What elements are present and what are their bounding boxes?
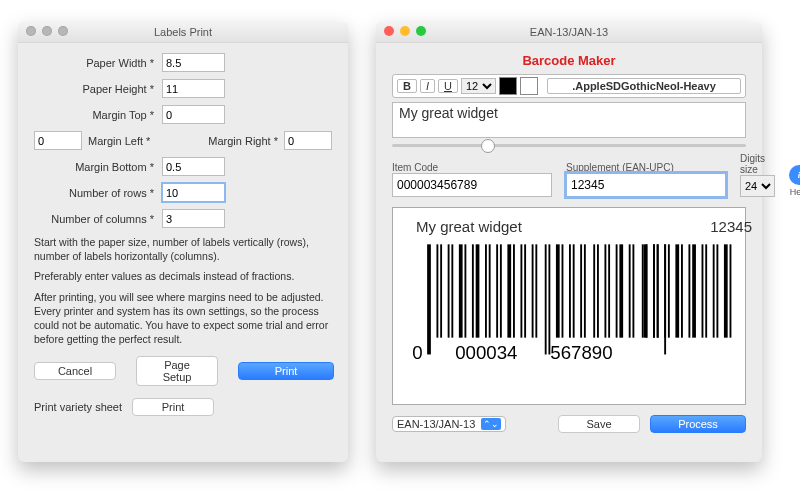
slider-thumb-icon[interactable] (481, 139, 495, 153)
svg-rect-53 (724, 244, 728, 337)
help-text-3: After printing, you will see where margi… (34, 290, 332, 347)
svg-rect-18 (535, 244, 537, 337)
barcode-group1: 000034 (455, 342, 517, 363)
svg-rect-29 (604, 244, 606, 337)
svg-rect-50 (705, 244, 707, 337)
paper-width-label: Paper Width * (34, 57, 162, 69)
svg-rect-51 (713, 244, 715, 337)
svg-rect-47 (688, 244, 690, 337)
barcode-type-label: EAN-13/JAN-13 (397, 418, 475, 430)
zoom-icon[interactable] (58, 26, 68, 36)
svg-rect-13 (507, 244, 511, 337)
bold-button[interactable]: B (397, 79, 417, 93)
margin-right-input[interactable] (284, 131, 332, 150)
process-button[interactable]: Process (650, 415, 746, 433)
underline-button[interactable]: U (438, 79, 458, 93)
paper-width-input[interactable] (162, 53, 225, 72)
title-textarea[interactable]: My great widget (392, 102, 746, 138)
close-icon[interactable] (26, 26, 36, 36)
margin-left-input[interactable] (34, 131, 82, 150)
supplement-label: Supplement (EAN-UPC) (566, 162, 726, 173)
rows-input[interactable] (162, 183, 225, 202)
font-size-select[interactable]: 12 (461, 78, 496, 94)
svg-rect-34 (632, 244, 634, 337)
window-titlebar[interactable]: EAN-13/JAN-13 (376, 22, 762, 43)
save-button[interactable]: Save (558, 415, 640, 433)
svg-rect-20 (548, 244, 550, 354)
window-title: Labels Print (154, 26, 212, 38)
svg-rect-40 (644, 244, 648, 337)
app-name: Barcode Maker (392, 53, 746, 68)
bg-color-swatch[interactable] (520, 77, 538, 95)
minimize-icon[interactable] (42, 26, 52, 36)
cancel-button[interactable]: Cancel (34, 362, 116, 380)
svg-rect-15 (520, 244, 522, 337)
svg-rect-0 (427, 244, 431, 354)
print-button[interactable]: Print (238, 362, 334, 380)
margin-bottom-input[interactable] (162, 157, 225, 176)
item-code-input[interactable] (392, 173, 552, 197)
minimize-icon[interactable] (400, 26, 410, 36)
cols-input[interactable] (162, 209, 225, 228)
svg-rect-46 (681, 244, 683, 337)
svg-rect-8 (476, 244, 480, 337)
variety-sheet-label: Print variety sheet (34, 401, 122, 413)
paper-height-label: Paper Height * (34, 83, 162, 95)
rows-label: Number of rows * (34, 187, 162, 199)
supplement-input[interactable] (566, 173, 726, 197)
svg-rect-14 (513, 244, 515, 337)
page-setup-button[interactable]: Page Setup (136, 356, 218, 386)
svg-rect-30 (608, 244, 610, 337)
svg-rect-25 (580, 244, 582, 337)
title-text: My great widget (399, 105, 498, 121)
margin-bottom-label: Margin Bottom * (34, 161, 162, 173)
svg-rect-49 (702, 244, 704, 337)
item-code-label: Item Code (392, 162, 552, 173)
svg-rect-28 (597, 244, 599, 337)
svg-rect-7 (472, 244, 474, 337)
svg-rect-16 (524, 244, 526, 337)
help-icon[interactable]: i (789, 165, 800, 185)
svg-rect-21 (556, 244, 560, 337)
svg-rect-1 (436, 244, 438, 337)
variety-print-button[interactable]: Print (132, 398, 214, 416)
window-titlebar[interactable]: Labels Print (18, 22, 348, 43)
svg-rect-3 (448, 244, 450, 337)
text-toolbar: B I U 12 .AppleSDGothicNeoI-Heavy (392, 74, 746, 98)
barcode-group2: 567890 (550, 342, 612, 363)
svg-rect-27 (593, 244, 595, 337)
preview-supplement: 12345 (710, 218, 752, 235)
margin-left-label: Margin Left * (88, 135, 150, 147)
svg-rect-48 (692, 244, 696, 337)
svg-rect-42 (657, 244, 659, 337)
svg-rect-44 (668, 244, 670, 337)
svg-rect-32 (619, 244, 623, 337)
svg-rect-2 (440, 244, 442, 337)
svg-rect-45 (675, 244, 679, 337)
svg-rect-23 (569, 244, 571, 337)
svg-rect-24 (573, 244, 575, 337)
margin-top-input[interactable] (162, 105, 225, 124)
cols-label: Number of columns * (34, 213, 162, 225)
svg-rect-35 (642, 244, 644, 337)
barcode-lead-digit: 0 (412, 342, 422, 363)
barcode-type-select[interactable]: EAN-13/JAN-13 ⌃⌄ (392, 416, 506, 432)
svg-rect-12 (500, 244, 502, 337)
zoom-icon[interactable] (416, 26, 426, 36)
barcode-window: EAN-13/JAN-13 Barcode Maker B I U 12 .Ap… (376, 22, 762, 462)
labels-print-window: Labels Print Paper Width * Paper Height … (18, 22, 348, 462)
width-slider[interactable] (392, 144, 746, 147)
svg-rect-43 (664, 244, 666, 337)
svg-rect-19 (545, 244, 547, 354)
close-icon[interactable] (384, 26, 394, 36)
svg-rect-22 (562, 244, 564, 337)
help-text-1: Start with the paper size, number of lab… (34, 235, 332, 263)
svg-rect-17 (532, 244, 534, 337)
digits-size-select[interactable]: 24 (740, 175, 775, 197)
svg-rect-11 (496, 244, 498, 337)
margin-right-label: Margin Right * (208, 135, 278, 147)
text-color-swatch[interactable] (499, 77, 517, 95)
italic-button[interactable]: I (420, 79, 435, 93)
font-name-label[interactable]: .AppleSDGothicNeoI-Heavy (547, 78, 741, 94)
paper-height-input[interactable] (162, 79, 225, 98)
